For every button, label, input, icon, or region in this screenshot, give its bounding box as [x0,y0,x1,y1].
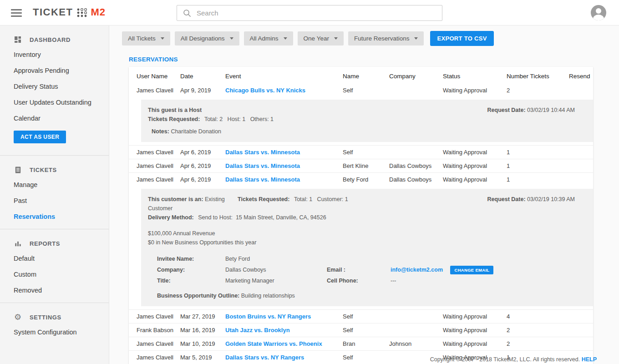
help-link[interactable]: HELP [582,356,597,363]
app-logo[interactable]: TICKET M2 [33,6,106,18]
sidebar-section-dashboard: DASHBOARD Inventory Approvals Pending De… [0,25,109,155]
main-content: All Tickets All Designations All Admins … [109,25,619,364]
sidebar-item-default[interactable]: Default [0,250,109,266]
sidebar-item-manage[interactable]: Manage [0,177,109,192]
date-cell: Apr 6, 2019 [180,159,225,173]
sidebar-item-past[interactable]: Past [0,192,109,208]
filter-all-designations[interactable]: All Designations [175,31,239,46]
notes-value: Charitable Donation [169,128,221,135]
name-cell: Bety Ford [343,173,389,187]
table-row[interactable]: Frank Babson Mar 16, 2019 Utah Jazz vs. … [129,324,593,337]
name-cell: Self [343,324,389,337]
event-link[interactable]: Dallas Stars vs. NY Rangers [225,354,304,361]
sidebar-item-user-updates-outstanding[interactable]: User Updates Outstanding [0,94,109,110]
sidebar-item-reservations[interactable]: Reservations [0,208,109,224]
user-name-cell: Frank Babson [129,324,180,337]
sidebar-section-settings: ⚙ SETTINGS System Configuration [0,303,109,344]
expanded-detail-row: This guest is a Host Request Date: 03/02… [129,97,593,146]
search-input[interactable] [196,9,436,17]
number-tickets-cell: 2 [507,337,569,351]
date-cell: Mar 16, 2019 [180,324,225,337]
sidebar-item-inventory[interactable]: Inventory [0,46,109,62]
name-cell: Self [343,310,389,324]
settings-gear-icon: ⚙ [14,313,22,321]
request-date-label: Request Date: [487,196,526,202]
column-header-user-name: User Name [129,67,180,84]
number-tickets-cell: 1 [507,146,569,159]
date-cell: Mar 5, 2019 [180,351,225,364]
table-row[interactable]: James Clavell Apr 6, 2019 Dallas Stars v… [129,146,593,159]
number-tickets-cell: 1 [507,159,569,173]
table-row[interactable]: James Clavell Mar 10, 2019 Golden State … [129,337,593,351]
event-link[interactable]: Dallas Stars vs. Minnesota [225,162,300,169]
logo-dots-icon [76,7,87,18]
sidebar-item-calendar[interactable]: Calendar [0,110,109,126]
filter-label: All Designations [181,35,225,42]
email-label: Email : [327,265,391,274]
status-cell: Waiting Approval [443,173,507,187]
status-cell: Waiting Approval [443,159,507,173]
company-cell: Dallas Cowboys [389,173,443,187]
sidebar-item-approvals-pending[interactable]: Approvals Pending [0,62,109,78]
copyright-text: Copyright © 2007 - 2018 TicketM2, LLC. A… [430,356,582,363]
event-link[interactable]: Utah Jazz vs. Brooklyn [225,327,290,334]
page-title: RESERVATIONS [129,56,619,63]
table-row[interactable]: James Clavell Apr 9, 2019 Chicago Bulls … [129,84,593,97]
event-cell: Chicago Bulls vs. NY Knicks [225,84,343,97]
event-link[interactable]: Dallas Stars vs. Minnesota [225,176,300,183]
change-email-button[interactable]: CHANGE EMAIL [450,266,493,274]
date-cell: Apr 9, 2019 [180,84,225,97]
filter-label: All Tickets [128,35,156,42]
event-link[interactable]: Boston Bruins vs. NY Rangers [225,313,311,320]
event-link[interactable]: Golden State Warriors vs. Phoenix [225,340,322,347]
cell-phone-label: Cell Phone: [327,276,391,285]
sidebar-header-settings: ⚙ SETTINGS [0,309,109,324]
expanded-detail-row: This customer is an: Existing Customer T… [129,186,593,310]
sidebar: DASHBOARD Inventory Approvals Pending De… [0,25,109,364]
table-row[interactable]: James Clavell Mar 27, 2019 Boston Bruins… [129,310,593,324]
email-row: info@ticketm2.com CHANGE EMAIL [391,265,575,274]
sidebar-item-delivery-status[interactable]: Delivery Status [0,78,109,94]
tickets-requested-value: Total: 1 Customer: 1 [294,196,348,202]
resend-cell [569,337,593,351]
name-cell: Bert Kline [343,159,389,173]
request-date-value: 03/02/19 10:44 AM [526,107,575,113]
event-link[interactable]: Dallas Stars vs. Minnesota [225,149,300,156]
sidebar-item-custom[interactable]: Custom [0,266,109,282]
event-cell: Dallas Stars vs. Minnesota [225,146,343,159]
table-row[interactable]: James Clavell Apr 6, 2019 Dallas Stars v… [129,173,593,187]
act-as-user-button[interactable]: ACT AS USER [14,131,66,143]
table-header-row: User Name Date Event Name Company Status… [129,67,593,84]
customer-detail-panel: This customer is an: Existing Customer T… [141,189,593,306]
company-value: Dallas Cowboys [225,265,327,274]
sidebar-item-removed[interactable]: Removed [0,282,109,298]
user-avatar-icon[interactable] [591,5,606,20]
status-cell: Waiting Approval [443,146,507,159]
filter-one-year[interactable]: One Year [298,31,344,46]
filter-all-admins[interactable]: All Admins [244,31,293,46]
name-cell: Self [343,351,389,364]
filter-label: All Admins [250,35,279,42]
sidebar-item-system-configuration[interactable]: System Configuration [0,324,109,340]
filter-future-reservations[interactable]: Future Reservations [348,31,424,46]
event-cell: Utah Jazz vs. Brooklyn [225,324,343,337]
chevron-down-icon [161,37,164,40]
company-cell [389,84,443,97]
sidebar-header-dashboard: DASHBOARD [0,32,109,46]
event-link[interactable]: Chicago Bulls vs. NY Knicks [225,87,305,94]
export-to-csv-button[interactable]: EXPORT TO CSV [430,31,493,46]
sidebar-section-reports: REPORTS Default Custom Removed [0,229,109,303]
logo-text-ticket: TICKET [33,6,73,18]
customer-type-label: This customer is an: [148,196,203,202]
user-name-cell: James Clavell [129,84,180,97]
email-link[interactable]: info@ticketm2.com [391,267,443,273]
user-name-cell: James Clavell [129,337,180,351]
guest-host-note: This guest is a Host [148,107,202,113]
name-cell: Bran [343,337,389,351]
top-bar: TICKET M2 [0,0,619,25]
annual-revenue-line: $100,000 Annual Revenue [148,229,575,238]
hamburger-menu-icon[interactable] [11,9,22,17]
filter-all-tickets[interactable]: All Tickets [122,31,170,46]
table-row[interactable]: James Clavell Apr 6, 2019 Dallas Stars v… [129,159,593,173]
status-cell: Waiting Approval [443,84,507,97]
